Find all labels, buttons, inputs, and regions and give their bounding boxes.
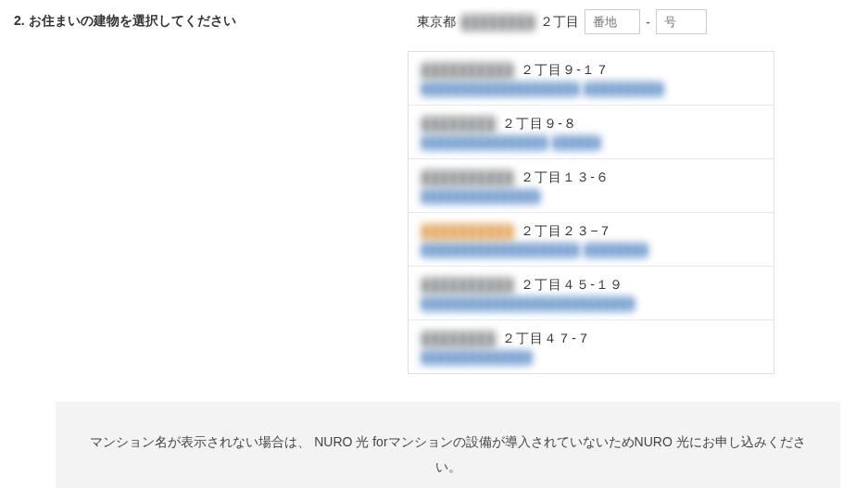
chome-label: ２丁目 xyxy=(540,14,579,31)
city-obscured: ████████ xyxy=(461,15,535,30)
building-name: ████████ xyxy=(421,332,495,346)
address-line: 東京都 ████████ ２丁目 - xyxy=(417,9,868,34)
building-name: ██████████ xyxy=(421,278,513,293)
banchi-input[interactable] xyxy=(585,9,640,34)
building-sub: ███████████████████████████ xyxy=(421,297,635,310)
building-address: ２丁目４７-７ xyxy=(502,331,591,347)
building-address: ２丁目４５-１９ xyxy=(521,277,623,294)
building-name: ██████████ xyxy=(421,224,513,239)
notice-text: マンション名が表示されない場合は、 NURO 光 forマンションの設備が導入さ… xyxy=(83,430,812,479)
building-list: ██████████ ２丁目９-１７ ████████████████████ … xyxy=(408,51,774,374)
building-address: ２丁目９-８ xyxy=(502,116,577,132)
building-name: ██████████ xyxy=(421,63,513,78)
building-sub: ██████████████ xyxy=(421,351,532,364)
dash-separator: - xyxy=(646,15,650,30)
building-list-item[interactable]: ██████████ ２丁目４５-１９ ████████████████████… xyxy=(409,267,774,320)
building-sub2: ██████████ xyxy=(585,82,663,95)
building-list-item[interactable]: ████████ ２丁目４７-７ ██████████████ xyxy=(409,320,774,373)
building-list-item[interactable]: ██████████ ２丁目９-１７ ████████████████████ … xyxy=(409,52,774,106)
building-name: ████████ xyxy=(421,117,495,131)
building-address: ２丁目２３−７ xyxy=(521,223,612,240)
building-list-item[interactable]: ██████████ ２丁目１３-６ ███████████████ xyxy=(409,159,774,213)
building-list-item[interactable]: ██████████ ２丁目２３−７ ████████████████████ … xyxy=(409,213,774,267)
step-number: 2. xyxy=(14,13,25,28)
step-title: 2. お住まいの建物を選択してください xyxy=(14,9,417,30)
building-address: ２丁目９-１７ xyxy=(521,62,610,79)
building-sub: ████████████████████ xyxy=(421,244,579,257)
notice-box: マンション名が表示されない場合は、 NURO 光 forマンションの設備が導入さ… xyxy=(56,402,840,488)
building-address: ２丁目１３-６ xyxy=(521,169,610,186)
go-input[interactable] xyxy=(656,9,707,34)
building-sub2: ████████ xyxy=(585,244,648,257)
building-sub2: ██████ xyxy=(553,136,600,149)
building-sub: ████████████████ xyxy=(421,136,547,149)
building-list-item[interactable]: ████████ ２丁目９-８ ████████████████ ██████ xyxy=(409,106,774,159)
prefecture-label: 東京都 xyxy=(417,14,456,31)
building-sub: ████████████████████ xyxy=(421,82,579,95)
building-name: ██████████ xyxy=(421,170,513,185)
building-sub: ███████████████ xyxy=(421,190,540,203)
